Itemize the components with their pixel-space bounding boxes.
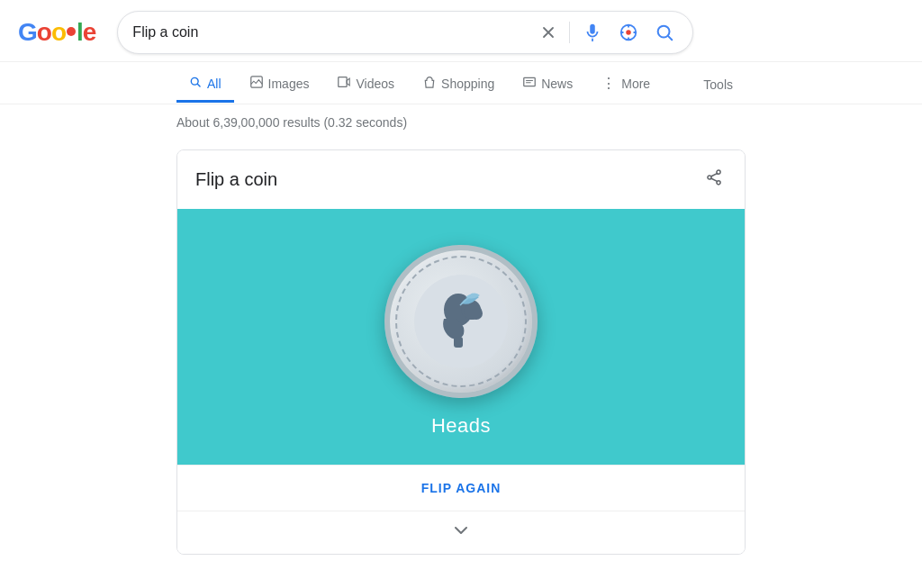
coin-result: Heads	[431, 414, 491, 438]
voice-search-button[interactable]	[579, 19, 606, 46]
expand-area	[177, 511, 745, 554]
coin-flip-card: Flip a coin	[176, 149, 746, 555]
coin-graphic	[384, 245, 538, 398]
search-bar: Flip a coin	[117, 11, 693, 54]
shopping-icon	[423, 76, 436, 91]
coin-area: Heads	[177, 209, 745, 465]
tab-more[interactable]: ⋮ More	[589, 66, 663, 104]
tab-shopping[interactable]: Shopping	[411, 67, 507, 103]
lens-search-button[interactable]	[615, 19, 642, 46]
header: Goole Flip a coin	[0, 0, 922, 62]
card-title: Flip a coin	[195, 169, 277, 190]
tab-images-label: Images	[268, 77, 310, 91]
card-header: Flip a coin	[177, 150, 745, 209]
search-input[interactable]: Flip a coin	[132, 24, 528, 41]
tab-news[interactable]: News	[511, 67, 585, 103]
google-logo: Goole	[18, 18, 95, 47]
news-icon	[523, 76, 536, 91]
tab-all[interactable]: All	[176, 67, 234, 103]
tab-news-label: News	[541, 77, 573, 91]
search-submit-button[interactable]	[651, 19, 678, 46]
tab-more-label: More	[621, 77, 650, 91]
tab-videos-label: Videos	[356, 77, 394, 91]
flip-again-button[interactable]: FLIP AGAIN	[421, 481, 502, 495]
tab-images[interactable]: Images	[238, 67, 322, 103]
tab-videos[interactable]: Videos	[325, 67, 407, 103]
svg-point-1	[627, 30, 632, 35]
svg-point-15	[464, 303, 482, 320]
results-info: About 6,39,00,000 results (0.32 seconds)	[0, 104, 922, 140]
tab-all-label: All	[207, 77, 221, 91]
expand-button[interactable]	[453, 522, 469, 543]
main-content: Flip a coin	[0, 140, 922, 564]
flip-again-area: FLIP AGAIN	[177, 465, 745, 511]
tab-shopping-label: Shopping	[441, 77, 494, 91]
coin-heads-svg	[411, 272, 511, 371]
results-count: About 6,39,00,000 results (0.32 seconds)	[176, 115, 407, 130]
divider	[569, 22, 570, 43]
svg-rect-5	[339, 77, 347, 87]
images-icon	[250, 76, 263, 91]
all-icon	[189, 76, 202, 91]
share-button[interactable]	[701, 165, 727, 194]
clear-button[interactable]	[537, 21, 560, 44]
more-icon: ⋮	[601, 75, 616, 92]
videos-icon	[338, 76, 350, 91]
svg-rect-6	[524, 77, 535, 86]
search-nav: All Images Videos Shopping News ⋮ More T…	[0, 62, 922, 104]
svg-rect-12	[454, 337, 463, 348]
tools-button[interactable]: Tools	[691, 68, 746, 101]
